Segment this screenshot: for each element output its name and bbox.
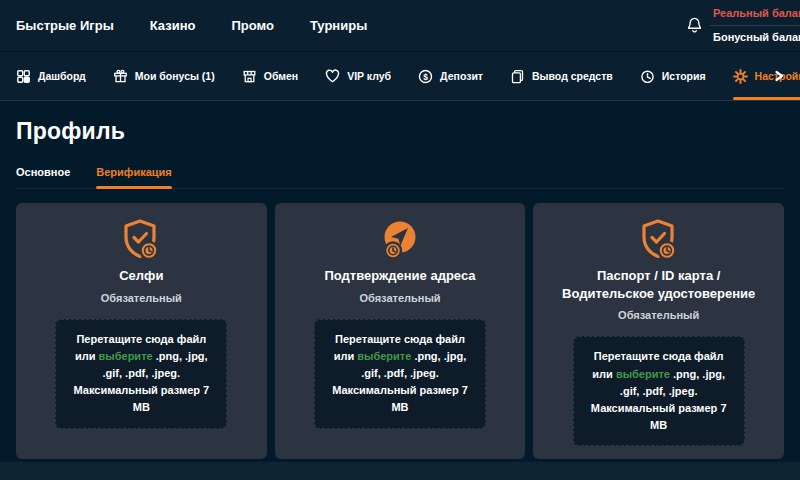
card-required-badge: Обязательный bbox=[359, 292, 440, 304]
verification-card-address: Подтверждение адреса Обязательный Перета… bbox=[275, 203, 526, 459]
card-required-badge: Обязательный bbox=[618, 309, 699, 321]
svg-text:$: $ bbox=[423, 71, 428, 81]
gift-icon bbox=[113, 69, 128, 84]
account-nav-settings[interactable]: Настройки аккаунта bbox=[733, 52, 800, 100]
account-nav-exchange[interactable]: Обмен bbox=[242, 52, 298, 100]
top-nav: Быстрые Игры Казино Промо Турниры Реальн… bbox=[0, 0, 800, 52]
file-dropzone-selfie[interactable]: Перетащите сюда файл или выберите .png, … bbox=[55, 319, 227, 429]
shield-check-pending-icon bbox=[638, 218, 680, 262]
account-nav-label: История bbox=[662, 70, 706, 82]
dropzone-text: Перетащите сюда файл или выберите .png, … bbox=[326, 331, 474, 416]
profile-tabs: Основное Верификация bbox=[16, 166, 784, 189]
profile-page: Профиль Основное Верификация Селфи Обяза… bbox=[0, 101, 800, 462]
account-nav-label: Дашборд bbox=[38, 70, 86, 82]
clock-icon bbox=[640, 69, 655, 84]
tab-verification[interactable]: Верификация bbox=[96, 166, 172, 188]
card-title: Подтверждение адреса bbox=[324, 267, 475, 285]
notifications-button[interactable] bbox=[685, 16, 704, 39]
documents-icon bbox=[510, 69, 525, 84]
card-required-badge: Обязательный bbox=[101, 292, 182, 304]
account-nav-vip-club[interactable]: VIP клуб bbox=[325, 52, 391, 100]
balance-summary[interactable]: Реальный баланс Бонусный баланс bbox=[710, 2, 800, 49]
card-title: Паспорт / ID карта / Водительское удосто… bbox=[553, 267, 765, 302]
shop-icon bbox=[242, 69, 257, 84]
card-title: Селфи bbox=[119, 267, 163, 285]
dashboard-icon bbox=[16, 69, 31, 84]
verification-cards: Селфи Обязательный Перетащите сюда файл … bbox=[16, 203, 784, 459]
account-nav-label: Вывод средств bbox=[532, 70, 613, 82]
dropzone-text: Перетащите сюда файл или выберите .png, … bbox=[585, 348, 733, 433]
account-nav-withdraw[interactable]: Вывод средств bbox=[510, 52, 613, 100]
account-nav-deposit[interactable]: $ Депозит bbox=[418, 52, 483, 100]
account-nav-label: VIP клуб bbox=[347, 70, 391, 82]
bell-icon bbox=[685, 21, 704, 38]
account-nav-label: Мои бонусы (1) bbox=[135, 70, 215, 82]
verification-card-passport: Паспорт / ID карта / Водительское удосто… bbox=[533, 203, 784, 459]
account-nav-history[interactable]: История bbox=[640, 52, 706, 100]
compass-pending-icon bbox=[379, 218, 421, 262]
top-nav-item-fast-games[interactable]: Быстрые Игры bbox=[16, 18, 114, 33]
account-nav-dashboard[interactable]: Дашборд bbox=[16, 52, 86, 100]
dropzone-browse-link[interactable]: выберите bbox=[616, 368, 670, 380]
shield-check-pending-icon bbox=[120, 218, 162, 262]
coin-icon: $ bbox=[418, 69, 433, 84]
dropzone-browse-link[interactable]: выберите bbox=[99, 350, 153, 362]
bonus-balance-label: Бонусный баланс bbox=[710, 26, 800, 49]
top-nav-item-casino[interactable]: Казино bbox=[150, 18, 196, 33]
heart-icon bbox=[325, 69, 340, 84]
chevron-right-icon bbox=[772, 69, 786, 86]
footer-band bbox=[0, 462, 800, 480]
nav-scroll-right-button[interactable] bbox=[772, 69, 786, 83]
top-nav-item-tournaments[interactable]: Турниры bbox=[310, 18, 367, 33]
tab-main[interactable]: Основное bbox=[16, 166, 70, 188]
top-nav-item-promo[interactable]: Промо bbox=[231, 18, 273, 33]
dropzone-text: Перетащите сюда файл или выберите .png, … bbox=[67, 331, 215, 416]
gear-icon bbox=[733, 69, 748, 84]
account-nav-label: Депозит bbox=[440, 70, 483, 82]
real-balance-label: Реальный баланс bbox=[710, 2, 800, 26]
account-nav: Дашборд Мои бонусы (1) Обмен bbox=[0, 52, 800, 101]
account-nav-label: Обмен bbox=[264, 70, 298, 82]
verification-card-selfie: Селфи Обязательный Перетащите сюда файл … bbox=[16, 203, 267, 459]
account-nav-bonuses[interactable]: Мои бонусы (1) bbox=[113, 52, 215, 100]
file-dropzone-passport[interactable]: Перетащите сюда файл или выберите .png, … bbox=[573, 336, 745, 446]
page-title: Профиль bbox=[16, 118, 784, 145]
file-dropzone-address[interactable]: Перетащите сюда файл или выберите .png, … bbox=[314, 319, 486, 429]
dropzone-browse-link[interactable]: выберите bbox=[357, 350, 411, 362]
